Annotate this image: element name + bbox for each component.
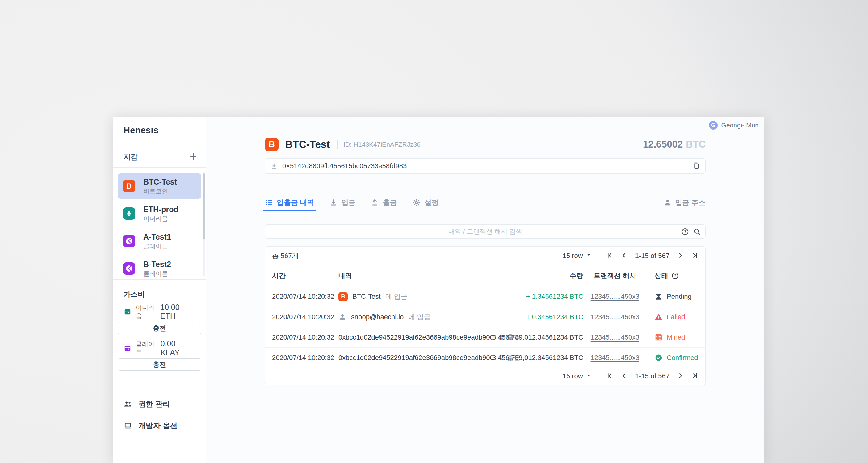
table-row: 2020/07/14 10:20:32 0xbcc1d02de94522919a… xyxy=(265,327,705,348)
gas-balance: 0.00 KLAY xyxy=(161,339,197,357)
gear-icon xyxy=(412,198,421,207)
table-header: 시간 내역 수량 트랜잭션 해시 상태 ? xyxy=(265,265,705,287)
prev-page-button[interactable] xyxy=(621,372,628,380)
add-wallet-button[interactable] xyxy=(189,152,198,162)
help-icon[interactable]: ? xyxy=(681,228,689,235)
sidebar-wallet-eth-prod[interactable]: ETH-prod 이더리움 xyxy=(118,201,201,226)
status-label: Confirmed xyxy=(667,354,698,362)
row-direction: 에 입금 xyxy=(408,312,430,322)
tab-bar: 입출금 내역 입금 출금 설정 입금 주소 xyxy=(265,195,706,211)
page-title: BTC-Test xyxy=(285,139,330,150)
status-badge: Pending xyxy=(647,293,699,301)
eth-icon xyxy=(123,207,135,220)
recharge-button[interactable]: 충전 xyxy=(118,358,201,371)
tab-settings[interactable]: 설정 xyxy=(412,195,438,210)
download-tray-icon xyxy=(270,162,278,170)
gas-rows: 이더리움 10.00 ETH 충전 클레이튼 0.00 KLAY 충전 xyxy=(113,307,206,371)
svg-text:?: ? xyxy=(674,273,677,278)
transaction-hash-link[interactable]: 12345......450x3 xyxy=(583,354,647,362)
column-amount: 수량 xyxy=(482,271,583,280)
status-label: Pending xyxy=(667,293,692,301)
gas-item: 클레이튼 0.00 KLAY 충전 xyxy=(113,343,206,371)
table-footer: 15 row 1-15 of 567 xyxy=(265,368,705,385)
deposit-address-label: 입금 주소 xyxy=(675,198,706,207)
search-input[interactable]: 내역 / 트랜잭션 해시 검색 ? xyxy=(265,224,706,239)
column-time: 시간 xyxy=(272,271,338,280)
column-description: 내역 xyxy=(338,271,482,280)
rows-per-page-select[interactable]: 15 row xyxy=(563,372,592,380)
main-area: G Geongi- Mun B BTC-Test ID: H143K47iEnA… xyxy=(206,117,764,463)
transactions-table: 총 567개 15 row 1-15 of 567 xyxy=(265,246,706,385)
svg-text:?: ? xyxy=(684,229,686,234)
last-page-button[interactable] xyxy=(691,372,699,380)
transaction-hash-link[interactable]: 12345......450x3 xyxy=(583,313,647,321)
row-description: B BTC-Test 에 입금 xyxy=(338,292,482,301)
tab-label: 설정 xyxy=(424,198,438,207)
page-info: 1-15 of 567 xyxy=(635,252,670,260)
gas-section: 가스비 이더리움 10.00 ETH 충전 클레이튼 0.00 KLAY 충전 xyxy=(113,279,206,371)
laptop-icon xyxy=(124,421,132,430)
wallet-balance: 12.65002BTC xyxy=(643,139,706,150)
address-bar[interactable]: 0×5142d8809fb455615bc05733e58fd983 xyxy=(265,158,706,174)
row-description: snoop@haechi.io 에 입금 xyxy=(338,312,482,322)
sidebar-item-developer-options[interactable]: 개발자 옵션 xyxy=(124,420,206,431)
sidebar-item-label: 개발자 옵션 xyxy=(138,421,178,431)
sidebar-wallet-a-test1[interactable]: A-Test1 클레이튼 xyxy=(118,228,201,254)
search-icon[interactable] xyxy=(693,228,701,235)
recharge-button[interactable]: 충전 xyxy=(118,322,201,334)
wallet-list-scrollbar[interactable] xyxy=(203,173,205,239)
help-icon[interactable]: ? xyxy=(671,272,679,279)
chevron-right-icon xyxy=(677,252,684,260)
rows-per-page-select[interactable]: 15 row xyxy=(563,252,592,260)
avatar: G xyxy=(709,121,718,130)
sidebar-wallet-b-test2[interactable]: B-Test2 클레이튼 xyxy=(118,256,201,279)
wallet-name: BTC-Test xyxy=(143,178,177,186)
sidebar-wallet-btc-test[interactable]: B BTC-Test 비트코인 xyxy=(118,173,201,199)
row-time: 2020/07/14 10:20:32 xyxy=(272,354,338,362)
tab-withdraw[interactable]: 출금 xyxy=(371,195,397,210)
first-page-button[interactable] xyxy=(606,372,613,380)
copy-address-button[interactable] xyxy=(692,161,700,171)
next-page-button[interactable] xyxy=(677,372,684,380)
wallet-card-icon xyxy=(124,308,131,316)
wallet-network: 클레이튼 xyxy=(143,270,171,276)
transaction-hash-link[interactable]: 12345......450x3 xyxy=(583,293,647,301)
warn-icon xyxy=(655,313,663,321)
wallet-network: 비트코인 xyxy=(143,188,177,194)
list-icon xyxy=(265,198,273,206)
tab-transaction-history[interactable]: 입출금 내역 xyxy=(265,195,314,210)
balance-value: 12.65002 xyxy=(643,139,683,150)
app-window: Henesis 지갑 B BTC-Test 비트코인 ETH-prod 이더리움… xyxy=(113,117,764,463)
btc-icon: B xyxy=(338,292,348,301)
transaction-hash-link[interactable]: 12345......450x3 xyxy=(583,333,647,341)
deposit-address-button[interactable]: 입금 주소 xyxy=(663,198,706,207)
last-page-button[interactable] xyxy=(691,252,699,260)
content-column: B BTC-Test ID: H143K47iEnAFZRJz36 12.650… xyxy=(265,117,706,463)
first-page-button[interactable] xyxy=(606,252,613,260)
caret-down-icon xyxy=(586,372,592,380)
hourglass-icon xyxy=(655,293,663,301)
wallet-list: B BTC-Test 비트코인 ETH-prod 이더리움 A-Test1 클레… xyxy=(113,168,206,279)
user-chip[interactable]: G Geongi- Mun xyxy=(709,121,759,130)
rows-per-page-value: 15 row xyxy=(563,252,583,260)
page-info: 1-15 of 567 xyxy=(635,372,670,380)
row-time: 2020/07/14 10:20:32 xyxy=(272,313,338,321)
table-toolbar: 총 567개 15 row 1-15 of 567 xyxy=(265,246,705,265)
plus-icon xyxy=(189,152,198,162)
wallet-name: ETH-prod xyxy=(143,205,179,213)
table-row: 2020/07/14 10:20:32 0xbcc1d02de94522919a… xyxy=(265,348,705,368)
row-target: snoop@haechi.io xyxy=(351,313,404,321)
tab-deposit[interactable]: 입금 xyxy=(330,195,355,210)
btc-icon: B xyxy=(123,180,135,192)
prev-page-button[interactable] xyxy=(621,252,628,260)
pagination: 15 row 1-15 of 567 xyxy=(563,372,699,380)
sidebar: Henesis 지갑 B BTC-Test 비트코인 ETH-prod 이더리움… xyxy=(113,117,206,463)
row-target: 0xbcc1d02de94522919af62e3669ab98ce9eadb9… xyxy=(338,354,494,362)
status-badge: Mined xyxy=(647,333,699,341)
sidebar-item-permissions[interactable]: 권한 관리 xyxy=(124,399,206,409)
row-amount: - 3,456,789,012.34561234 BTC xyxy=(482,333,583,341)
wallet-network: 이더리움 xyxy=(143,216,179,222)
row-description: 0xbcc1d02de94522919af62e3669ab98ce9eadb9… xyxy=(338,333,482,342)
waffle-icon xyxy=(655,333,663,341)
next-page-button[interactable] xyxy=(677,252,684,260)
